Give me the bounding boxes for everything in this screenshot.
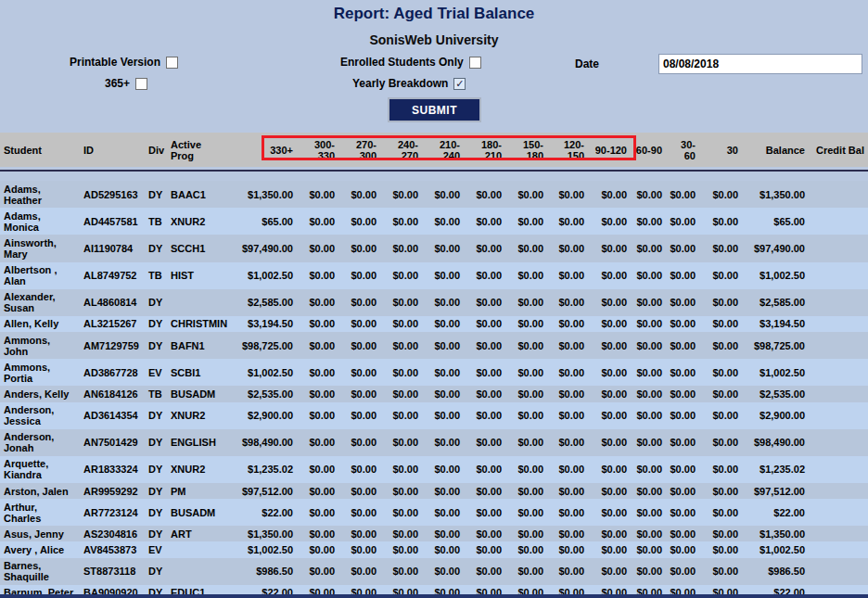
- cell-240-270: $0.00: [380, 181, 422, 208]
- cell-credit-bal: [809, 359, 868, 386]
- cell-300-330: $0.00: [297, 386, 338, 401]
- date-input[interactable]: [658, 54, 862, 74]
- yearly-breakdown-checkbox[interactable]: ✓: [453, 78, 466, 90]
- report-section: StudentIDDivActive Prog330+300-330270-30…: [0, 133, 868, 598]
- cell-330plus: $3,194.50: [230, 316, 297, 332]
- cell-180-210: $0.00: [464, 289, 505, 316]
- cell-300-330: $0.00: [297, 316, 338, 332]
- cell-210-240: $0.00: [422, 526, 464, 541]
- cell-240-270: $0.00: [380, 316, 422, 332]
- cell-credit-bal: [809, 316, 868, 332]
- cell-30-60: $0.00: [666, 456, 699, 483]
- cell-id: AL3215267: [80, 316, 145, 332]
- cell-120-150: $0.00: [547, 402, 588, 429]
- cell-270-300: $0.00: [338, 262, 380, 289]
- cell-id: AL8749752: [80, 262, 145, 289]
- cell-student: Anderson, Jonah: [0, 429, 80, 456]
- cell-div: DY: [145, 499, 167, 526]
- cell-id: AD3614354: [80, 402, 145, 429]
- cell-credit-bal: [809, 208, 868, 235]
- cell-270-300: $0.00: [338, 526, 380, 541]
- cell-150-180: $0.00: [505, 208, 547, 235]
- table-row: Ammons, PortiaAD3867728EVSCBI1$1,002.50$…: [0, 359, 868, 386]
- cell-credit-bal: [809, 402, 868, 429]
- cell-180-210: $0.00: [464, 359, 505, 386]
- cell-balance: $97,512.00: [742, 483, 809, 499]
- cell-balance: $1,002.50: [742, 359, 809, 386]
- column-header-active-prog: Active Prog: [167, 133, 230, 167]
- cell-30-60: $0.00: [666, 558, 699, 585]
- cell-210-240: $0.00: [422, 235, 464, 261]
- cell-balance: $2,535.00: [742, 386, 809, 401]
- cell-student: Ammons, Portia: [0, 359, 80, 386]
- cell-210-240: $0.00: [422, 359, 464, 386]
- cell-60-90: $0.00: [631, 359, 666, 386]
- cell-id: AR7723124: [80, 499, 145, 526]
- 365-plus-label: 365+: [105, 77, 130, 90]
- cell-active-prog: SCCH1: [167, 235, 230, 261]
- cell-credit-bal: [809, 181, 868, 208]
- cell-active-prog: XNUR2: [167, 402, 230, 429]
- enrolled-students-only-label: Enrolled Students Only: [340, 56, 464, 69]
- cell-120-150: $0.00: [547, 332, 588, 359]
- cell-270-300: $0.00: [338, 316, 380, 332]
- cell-30-60: $0.00: [666, 402, 699, 429]
- table-row: Arthur, CharlesAR7723124DYBUSADM$22.00$0…: [0, 499, 868, 526]
- cell-active-prog: [167, 541, 230, 557]
- table-row: Alexander, SusanAL4860814DY$2,585.00$0.0…: [0, 289, 868, 316]
- cell-330plus: $65.00: [230, 208, 297, 235]
- cell-180-210: $0.00: [464, 332, 505, 359]
- cell-270-300: $0.00: [338, 558, 380, 585]
- date-label: Date: [575, 57, 599, 70]
- cell-30: $0.00: [699, 208, 742, 235]
- cell-240-270: $0.00: [380, 541, 422, 557]
- 365-plus-checkbox[interactable]: [135, 78, 147, 90]
- table-header-row: StudentIDDivActive Prog330+300-330270-30…: [0, 133, 868, 167]
- cell-150-180: $0.00: [505, 386, 547, 401]
- cell-300-330: $0.00: [297, 456, 338, 483]
- cell-active-prog: BUSADM: [167, 386, 230, 401]
- cell-div: TB: [145, 208, 167, 235]
- cell-div: DY: [145, 429, 167, 456]
- cell-30: $0.00: [699, 359, 742, 386]
- cell-210-240: $0.00: [422, 386, 464, 401]
- column-header-240-270: 240-270: [380, 133, 422, 167]
- cell-330plus: $1,002.50: [230, 359, 297, 386]
- cell-150-180: $0.00: [505, 332, 547, 359]
- cell-150-180: $0.00: [505, 541, 547, 557]
- cell-90-120: $0.00: [588, 402, 631, 429]
- cell-300-330: $0.00: [297, 289, 338, 316]
- table-row: Albertson , AlanAL8749752TBHIST$1,002.50…: [0, 262, 868, 289]
- cell-270-300: $0.00: [338, 332, 380, 359]
- column-header-student: Student: [0, 133, 80, 167]
- cell-90-120: $0.00: [588, 386, 631, 401]
- cell-credit-bal: [809, 456, 868, 483]
- cell-330plus: $1,002.50: [230, 541, 297, 557]
- printable-version-checkbox[interactable]: [166, 57, 178, 69]
- cell-balance: $98,725.00: [742, 332, 809, 359]
- cell-div: DY: [145, 332, 167, 359]
- cell-150-180: $0.00: [505, 526, 547, 541]
- submit-button[interactable]: SUBMIT: [388, 97, 481, 122]
- cell-330plus: $22.00: [230, 499, 297, 526]
- cell-30-60: $0.00: [666, 289, 699, 316]
- column-header-90-120: 90-120: [588, 133, 631, 167]
- cell-120-150: $0.00: [547, 526, 588, 541]
- enrolled-students-only-checkbox[interactable]: [469, 57, 481, 69]
- cell-330plus: $1,350.00: [230, 181, 297, 208]
- cell-150-180: $0.00: [505, 456, 547, 483]
- cell-270-300: $0.00: [338, 235, 380, 261]
- cell-270-300: $0.00: [338, 456, 380, 483]
- cell-div: DY: [145, 402, 167, 429]
- cell-30: $0.00: [699, 316, 742, 332]
- cell-330plus: $1,235.02: [230, 456, 297, 483]
- cell-60-90: $0.00: [631, 332, 666, 359]
- cell-150-180: $0.00: [505, 558, 547, 585]
- cell-240-270: $0.00: [380, 558, 422, 585]
- column-header-210-240: 210-240: [422, 133, 464, 167]
- cell-90-120: $0.00: [588, 235, 631, 261]
- cell-270-300: $0.00: [338, 402, 380, 429]
- cell-90-120: $0.00: [588, 499, 631, 526]
- cell-active-prog: BUSADM: [167, 499, 230, 526]
- cell-30: $0.00: [699, 429, 742, 456]
